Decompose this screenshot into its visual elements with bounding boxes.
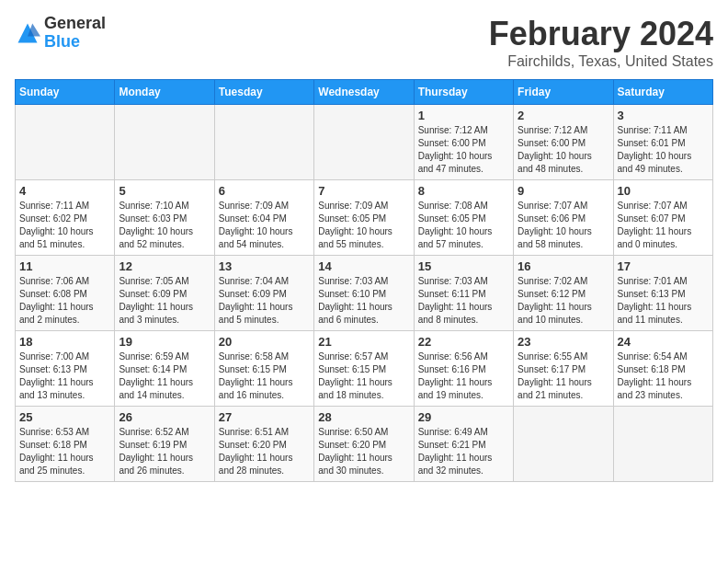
calendar-cell: 24Sunrise: 6:54 AMSunset: 6:18 PMDayligh… [613,331,712,407]
day-number: 11 [19,259,110,273]
day-info: Sunrise: 6:53 AMSunset: 6:18 PMDaylight:… [19,426,110,477]
page-header: General Blue February 2024 Fairchilds, T… [15,15,713,70]
calendar-cell: 29Sunrise: 6:49 AMSunset: 6:21 PMDayligh… [414,407,513,482]
day-number: 4 [19,184,110,198]
day-info: Sunrise: 6:57 AMSunset: 6:15 PMDaylight:… [318,350,409,402]
header-row: SundayMondayTuesdayWednesdayThursdayFrid… [16,80,713,105]
day-info: Sunrise: 7:12 AMSunset: 6:00 PMDaylight:… [418,124,509,176]
day-info: Sunrise: 6:50 AMSunset: 6:20 PMDaylight:… [318,426,409,477]
calendar-body: 1Sunrise: 7:12 AMSunset: 6:00 PMDaylight… [16,105,713,482]
calendar-cell: 25Sunrise: 6:53 AMSunset: 6:18 PMDayligh… [16,407,115,482]
day-number: 12 [119,259,210,273]
header-cell-sunday: Sunday [16,80,115,105]
day-number: 14 [318,259,409,273]
day-info: Sunrise: 7:04 AMSunset: 6:09 PMDaylight:… [219,275,310,327]
day-number: 21 [318,335,409,349]
day-number: 17 [618,259,709,273]
day-info: Sunrise: 7:05 AMSunset: 6:09 PMDaylight:… [119,275,210,327]
day-info: Sunrise: 7:09 AMSunset: 6:04 PMDaylight:… [219,200,310,251]
week-row-2: 4Sunrise: 7:11 AMSunset: 6:02 PMDaylight… [16,180,713,256]
calendar-cell: 12Sunrise: 7:05 AMSunset: 6:09 PMDayligh… [115,256,214,331]
header-cell-friday: Friday [514,80,613,105]
logo-general-text: General [44,15,106,33]
day-number: 10 [618,184,709,198]
calendar-cell: 23Sunrise: 6:55 AMSunset: 6:17 PMDayligh… [514,331,613,407]
calendar-cell: 21Sunrise: 6:57 AMSunset: 6:15 PMDayligh… [314,331,414,407]
calendar-cell: 15Sunrise: 7:03 AMSunset: 6:11 PMDayligh… [414,256,513,331]
calendar-cell [115,105,214,180]
day-number: 27 [219,410,310,424]
day-number: 13 [219,259,310,273]
week-row-1: 1Sunrise: 7:12 AMSunset: 6:00 PMDaylight… [16,105,713,180]
day-number: 1 [418,109,509,122]
calendar-cell: 13Sunrise: 7:04 AMSunset: 6:09 PMDayligh… [214,256,313,331]
calendar-title: February 2024 [489,15,713,53]
day-number: 3 [618,109,709,122]
calendar-cell: 19Sunrise: 6:59 AMSunset: 6:14 PMDayligh… [115,331,214,407]
day-number: 2 [518,109,609,122]
calendar-cell [16,105,115,180]
calendar-cell: 8Sunrise: 7:08 AMSunset: 6:05 PMDaylight… [414,180,513,256]
day-info: Sunrise: 6:52 AMSunset: 6:19 PMDaylight:… [119,426,210,477]
day-number: 20 [219,335,310,349]
day-info: Sunrise: 7:08 AMSunset: 6:05 PMDaylight:… [418,200,509,251]
calendar-cell: 1Sunrise: 7:12 AMSunset: 6:00 PMDaylight… [414,105,513,180]
calendar-cell: 28Sunrise: 6:50 AMSunset: 6:20 PMDayligh… [314,407,414,482]
calendar-cell: 4Sunrise: 7:11 AMSunset: 6:02 PMDaylight… [16,180,115,256]
day-info: Sunrise: 7:00 AMSunset: 6:13 PMDaylight:… [19,350,110,402]
calendar-cell: 17Sunrise: 7:01 AMSunset: 6:13 PMDayligh… [613,256,712,331]
calendar-cell: 26Sunrise: 6:52 AMSunset: 6:19 PMDayligh… [115,407,214,482]
day-info: Sunrise: 7:03 AMSunset: 6:10 PMDaylight:… [318,275,409,327]
calendar-cell: 20Sunrise: 6:58 AMSunset: 6:15 PMDayligh… [214,331,313,407]
day-info: Sunrise: 7:02 AMSunset: 6:12 PMDaylight:… [518,275,609,327]
day-info: Sunrise: 7:11 AMSunset: 6:02 PMDaylight:… [19,200,110,251]
calendar-cell [214,105,313,180]
calendar-cell: 22Sunrise: 6:56 AMSunset: 6:16 PMDayligh… [414,331,513,407]
week-row-5: 25Sunrise: 6:53 AMSunset: 6:18 PMDayligh… [16,407,713,482]
calendar-cell: 5Sunrise: 7:10 AMSunset: 6:03 PMDaylight… [115,180,214,256]
day-info: Sunrise: 7:12 AMSunset: 6:00 PMDaylight:… [518,124,609,176]
calendar-table: SundayMondayTuesdayWednesdayThursdayFrid… [15,79,713,482]
week-row-3: 11Sunrise: 7:06 AMSunset: 6:08 PMDayligh… [16,256,713,331]
header-cell-thursday: Thursday [414,80,513,105]
day-number: 6 [219,184,310,198]
calendar-cell: 2Sunrise: 7:12 AMSunset: 6:00 PMDaylight… [514,105,613,180]
day-number: 29 [418,410,509,424]
day-number: 23 [518,335,609,349]
calendar-cell: 7Sunrise: 7:09 AMSunset: 6:05 PMDaylight… [314,180,414,256]
day-info: Sunrise: 7:09 AMSunset: 6:05 PMDaylight:… [318,200,409,251]
day-number: 16 [518,259,609,273]
logo-text: General Blue [44,15,106,52]
day-info: Sunrise: 6:59 AMSunset: 6:14 PMDaylight:… [119,350,210,402]
calendar-cell [514,407,613,482]
day-info: Sunrise: 6:58 AMSunset: 6:15 PMDaylight:… [219,350,310,402]
day-number: 8 [418,184,509,198]
calendar-cell: 18Sunrise: 7:00 AMSunset: 6:13 PMDayligh… [16,331,115,407]
header-cell-tuesday: Tuesday [214,80,313,105]
day-number: 15 [418,259,509,273]
calendar-cell: 3Sunrise: 7:11 AMSunset: 6:01 PMDaylight… [613,105,712,180]
header-cell-monday: Monday [115,80,214,105]
calendar-subtitle: Fairchilds, Texas, United States [489,53,713,70]
day-info: Sunrise: 6:54 AMSunset: 6:18 PMDaylight:… [618,350,709,402]
day-info: Sunrise: 7:11 AMSunset: 6:01 PMDaylight:… [618,124,709,176]
logo: General Blue [15,15,106,52]
calendar-cell: 16Sunrise: 7:02 AMSunset: 6:12 PMDayligh… [514,256,613,331]
calendar-cell [314,105,414,180]
day-number: 7 [318,184,409,198]
calendar-cell: 9Sunrise: 7:07 AMSunset: 6:06 PMDaylight… [514,180,613,256]
day-number: 24 [618,335,709,349]
calendar-cell: 27Sunrise: 6:51 AMSunset: 6:20 PMDayligh… [214,407,313,482]
day-number: 26 [119,410,210,424]
calendar-cell [613,407,712,482]
day-info: Sunrise: 7:01 AMSunset: 6:13 PMDaylight:… [618,275,709,327]
day-info: Sunrise: 7:10 AMSunset: 6:03 PMDaylight:… [119,200,210,251]
title-block: February 2024 Fairchilds, Texas, United … [489,15,713,70]
day-info: Sunrise: 7:03 AMSunset: 6:11 PMDaylight:… [418,275,509,327]
header-cell-saturday: Saturday [613,80,712,105]
day-number: 9 [518,184,609,198]
calendar-cell: 11Sunrise: 7:06 AMSunset: 6:08 PMDayligh… [16,256,115,331]
day-info: Sunrise: 7:07 AMSunset: 6:06 PMDaylight:… [518,200,609,251]
calendar-cell: 6Sunrise: 7:09 AMSunset: 6:04 PMDaylight… [214,180,313,256]
day-number: 18 [19,335,110,349]
